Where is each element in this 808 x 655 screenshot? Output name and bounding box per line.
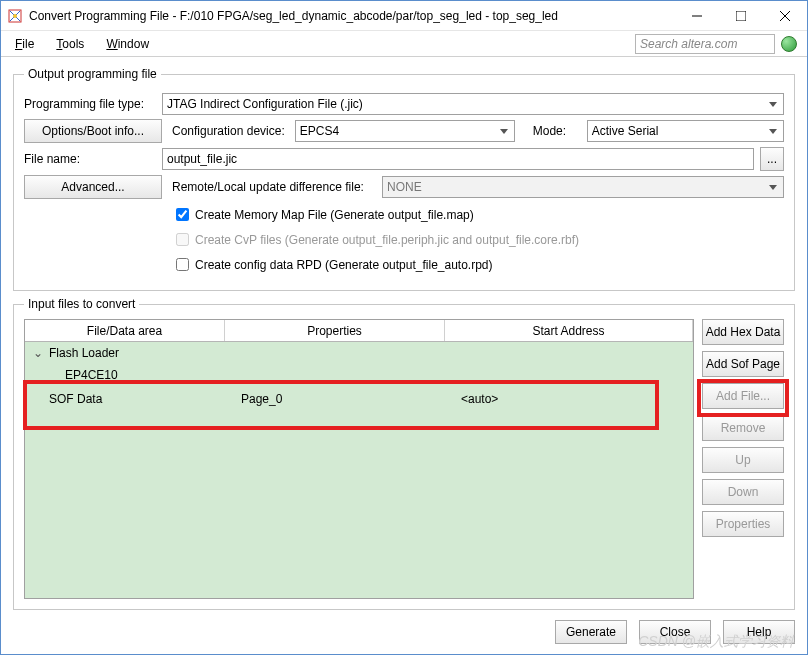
create-memory-map-check[interactable]: Create Memory Map File (Generate output_… bbox=[172, 205, 784, 224]
side-buttons: Add Hex Data Add Sof Page Add File... Re… bbox=[702, 319, 784, 599]
minimize-button[interactable] bbox=[675, 1, 719, 31]
file-type-combo[interactable]: JTAG Indirect Configuration File (.jic) bbox=[162, 93, 784, 115]
input-tree[interactable]: File/Data area Properties Start Address … bbox=[24, 319, 694, 599]
create-memory-map-checkbox[interactable] bbox=[176, 208, 189, 221]
globe-icon[interactable] bbox=[781, 36, 797, 52]
create-rpd-checkbox[interactable] bbox=[176, 258, 189, 271]
properties-button[interactable]: Properties bbox=[702, 511, 784, 537]
help-button[interactable]: Help bbox=[723, 620, 795, 644]
menu-file[interactable]: File bbox=[15, 37, 34, 51]
generate-button[interactable]: Generate bbox=[555, 620, 627, 644]
row-device[interactable]: EP4CE10 bbox=[25, 364, 693, 386]
menu-window[interactable]: Window bbox=[106, 37, 149, 51]
output-legend: Output programming file bbox=[24, 67, 161, 81]
file-type-label: Programming file type: bbox=[24, 97, 162, 111]
menubar: File Tools Window Search altera.com bbox=[1, 31, 807, 57]
chevron-down-icon[interactable]: ⌄ bbox=[33, 346, 43, 360]
file-name-label: File name: bbox=[24, 152, 162, 166]
row-flash-loader[interactable]: ⌄ Flash Loader bbox=[25, 342, 693, 364]
browse-button[interactable]: ... bbox=[760, 147, 784, 171]
col-properties: Properties bbox=[225, 320, 445, 341]
create-cvp-checkbox bbox=[176, 233, 189, 246]
config-device-label: Configuration device: bbox=[172, 124, 285, 138]
add-file-button[interactable]: Add File... bbox=[702, 383, 784, 409]
col-start-address: Start Address bbox=[445, 320, 693, 341]
input-legend: Input files to convert bbox=[24, 297, 139, 311]
file-name-input[interactable]: output_file.jic bbox=[162, 148, 754, 170]
mode-label: Mode: bbox=[533, 124, 587, 138]
row-sof-data[interactable]: SOF Data Page_0 <auto> bbox=[25, 388, 693, 410]
remove-button[interactable]: Remove bbox=[702, 415, 784, 441]
output-group: Output programming file Programming file… bbox=[13, 67, 795, 291]
add-sof-button[interactable]: Add Sof Page bbox=[702, 351, 784, 377]
titlebar: Convert Programming File - F:/010 FPGA/s… bbox=[1, 1, 807, 31]
remote-label: Remote/Local update difference file: bbox=[172, 180, 382, 194]
col-file-data: File/Data area bbox=[25, 320, 225, 341]
maximize-button[interactable] bbox=[719, 1, 763, 31]
create-cvp-check: Create CvP files (Generate output_file.p… bbox=[172, 230, 784, 249]
app-icon bbox=[7, 8, 23, 24]
svg-rect-3 bbox=[736, 11, 746, 21]
app-window: Convert Programming File - F:/010 FPGA/s… bbox=[0, 0, 808, 655]
tree-body: ⌄ Flash Loader EP4CE10 SOF Data Page_0 <… bbox=[25, 342, 693, 598]
up-button[interactable]: Up bbox=[702, 447, 784, 473]
down-button[interactable]: Down bbox=[702, 479, 784, 505]
config-device-combo[interactable]: EPCS4 bbox=[295, 120, 515, 142]
content: Output programming file Programming file… bbox=[1, 57, 807, 654]
advanced-button[interactable]: Advanced... bbox=[24, 175, 162, 199]
options-boot-button[interactable]: Options/Boot info... bbox=[24, 119, 162, 143]
svg-point-1 bbox=[13, 14, 17, 18]
search-input[interactable]: Search altera.com bbox=[635, 34, 775, 54]
add-hex-button[interactable]: Add Hex Data bbox=[702, 319, 784, 345]
input-group: Input files to convert File/Data area Pr… bbox=[13, 297, 795, 610]
menu-tools[interactable]: Tools bbox=[56, 37, 84, 51]
tree-header: File/Data area Properties Start Address bbox=[25, 320, 693, 342]
bottom-buttons: Generate Close Help bbox=[13, 620, 795, 644]
close-button[interactable] bbox=[763, 1, 807, 31]
create-rpd-check[interactable]: Create config data RPD (Generate output_… bbox=[172, 255, 784, 274]
mode-combo[interactable]: Active Serial bbox=[587, 120, 784, 142]
close-dialog-button[interactable]: Close bbox=[639, 620, 711, 644]
window-title: Convert Programming File - F:/010 FPGA/s… bbox=[29, 9, 675, 23]
remote-combo: NONE bbox=[382, 176, 784, 198]
window-controls bbox=[675, 1, 807, 31]
